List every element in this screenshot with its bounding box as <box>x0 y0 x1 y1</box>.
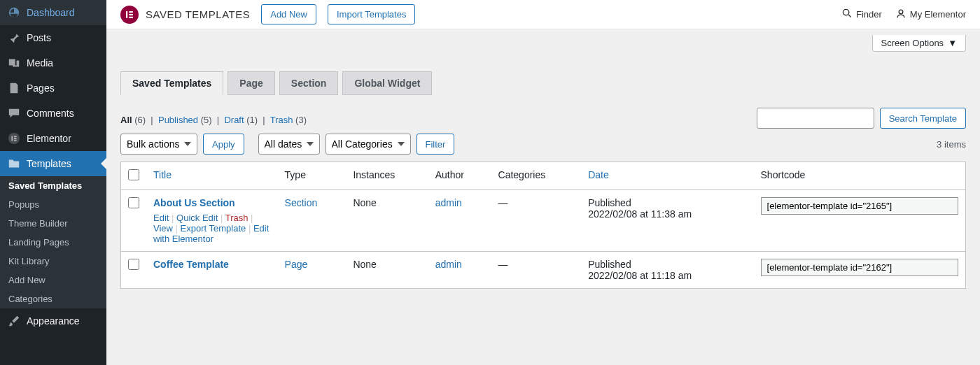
import-templates-button[interactable]: Import Templates <box>328 4 415 24</box>
tab-page[interactable]: Page <box>227 71 274 95</box>
col-categories: Categories <box>491 162 582 190</box>
sidebar-item-pages[interactable]: Pages <box>0 76 106 101</box>
categories-select[interactable]: All Categories <box>326 134 411 155</box>
sidebar-item-media[interactable]: Media <box>0 50 106 76</box>
sub-landing-pages[interactable]: Landing Pages <box>0 233 106 252</box>
chevron-down-icon: ▼ <box>948 38 957 48</box>
search-input[interactable] <box>757 108 874 129</box>
sub-theme-builder[interactable]: Theme Builder <box>0 214 106 233</box>
template-type-link[interactable]: Section <box>285 197 318 208</box>
sub-popups[interactable]: Popups <box>0 195 106 214</box>
filter-draft[interactable]: Draft <box>224 115 244 125</box>
template-title-link[interactable]: About Us Section <box>153 197 235 208</box>
col-instances: Instances <box>346 162 428 190</box>
sidebar-label: Elementor <box>27 133 71 144</box>
action-export[interactable]: Export Template <box>181 223 246 234</box>
my-elementor-link[interactable]: My Elementor <box>896 8 966 20</box>
tab-global-widget[interactable]: Global Widget <box>342 71 432 95</box>
add-new-button[interactable]: Add New <box>261 4 316 24</box>
apply-button[interactable]: Apply <box>203 134 244 155</box>
brush-icon <box>7 314 21 328</box>
sidebar-submenu: Saved Templates Popups Theme Builder Lan… <box>0 176 106 308</box>
action-trash[interactable]: Trash <box>225 213 248 223</box>
shortcode-field[interactable] <box>761 197 958 215</box>
sidebar-item-appearance[interactable]: Appearance <box>0 308 106 334</box>
filter-trash[interactable]: Trash <box>270 115 293 125</box>
row-actions: Edit | Quick Edit | Trash | View | Expor… <box>153 213 271 244</box>
row-checkbox[interactable] <box>128 197 139 208</box>
col-type: Type <box>278 162 346 190</box>
sidebar-item-templates[interactable]: Templates <box>0 151 106 176</box>
svg-rect-2 <box>14 136 17 137</box>
template-instances: None <box>346 190 428 252</box>
template-categories: — <box>491 252 582 289</box>
col-title[interactable]: Title <box>146 162 278 190</box>
sidebar-label: Dashboard <box>27 7 75 18</box>
action-view[interactable]: View <box>153 223 173 234</box>
svg-rect-5 <box>126 11 127 18</box>
templates-table: Title Type Instances Author Categories D… <box>120 162 966 289</box>
action-edit[interactable]: Edit <box>153 213 169 223</box>
bulk-actions-select[interactable]: Bulk actions <box>120 134 197 155</box>
col-date[interactable]: Date <box>581 162 753 190</box>
svg-rect-1 <box>11 136 13 141</box>
row-checkbox[interactable] <box>128 259 139 270</box>
filter-button[interactable]: Filter <box>416 134 455 155</box>
tab-section[interactable]: Section <box>279 71 339 95</box>
sidebar-label: Appearance <box>27 315 80 327</box>
svg-rect-4 <box>14 140 17 141</box>
template-tabs: Saved Templates Page Section Global Widg… <box>120 71 966 95</box>
template-categories: — <box>491 190 582 252</box>
finder-link[interactable]: Finder <box>842 8 882 20</box>
user-icon <box>896 8 906 20</box>
elementor-icon <box>7 131 21 145</box>
filter-all[interactable]: All <box>120 115 132 125</box>
sidebar-label: Pages <box>27 83 55 94</box>
sidebar-item-dashboard[interactable]: Dashboard <box>0 0 106 25</box>
search-icon <box>842 8 852 20</box>
items-count: 3 items <box>937 139 966 150</box>
sidebar-label: Comments <box>27 108 74 119</box>
col-shortcode: Shortcode <box>754 162 966 190</box>
template-title-link[interactable]: Coffee Template <box>153 259 229 270</box>
pin-icon <box>7 31 21 45</box>
sub-add-new[interactable]: Add New <box>0 271 106 289</box>
screen-options-toggle[interactable]: Screen Options ▼ <box>872 35 966 52</box>
sub-saved-templates[interactable]: Saved Templates <box>0 176 106 195</box>
svg-rect-8 <box>129 16 133 17</box>
page-title: SAVED TEMPLATES <box>146 8 250 20</box>
template-date: Published 2022/02/08 at 11:38 am <box>581 190 753 252</box>
media-icon <box>7 56 21 70</box>
col-author: Author <box>428 162 491 190</box>
svg-rect-3 <box>14 138 17 139</box>
sub-categories[interactable]: Categories <box>0 289 106 308</box>
svg-point-10 <box>899 10 903 14</box>
template-author-link[interactable]: admin <box>435 259 462 270</box>
tab-saved-templates[interactable]: Saved Templates <box>120 71 223 95</box>
dates-select[interactable]: All dates <box>258 134 320 155</box>
select-all-checkbox[interactable] <box>128 169 139 180</box>
folder-icon <box>7 157 21 171</box>
pages-icon <box>7 81 21 95</box>
sidebar-item-elementor[interactable]: Elementor <box>0 126 106 151</box>
sub-kit-library[interactable]: Kit Library <box>0 252 106 271</box>
elementor-logo-icon <box>120 6 139 24</box>
svg-rect-7 <box>129 13 133 15</box>
table-row: Coffee Template Page None admin — Publis… <box>121 252 966 289</box>
shortcode-field[interactable] <box>761 259 958 276</box>
admin-sidebar: Dashboard Posts Media Pages Comments <box>0 0 106 365</box>
sidebar-label: Media <box>27 57 53 69</box>
template-author-link[interactable]: admin <box>435 197 462 208</box>
table-row: About Us Section Edit | Quick Edit | Tra… <box>121 190 966 252</box>
action-quick-edit[interactable]: Quick Edit <box>176 213 218 223</box>
sidebar-item-comments[interactable]: Comments <box>0 101 106 126</box>
page-header: SAVED TEMPLATES Add New Import Templates… <box>106 0 980 29</box>
filter-published[interactable]: Published <box>158 115 198 125</box>
template-instances: None <box>346 252 428 289</box>
sidebar-item-posts[interactable]: Posts <box>0 25 106 50</box>
sidebar-label: Templates <box>27 158 71 169</box>
svg-rect-6 <box>129 11 133 13</box>
template-type-link[interactable]: Page <box>285 259 308 270</box>
search-template-button[interactable]: Search Template <box>880 108 966 129</box>
template-date: Published 2022/02/08 at 11:18 am <box>581 252 753 289</box>
